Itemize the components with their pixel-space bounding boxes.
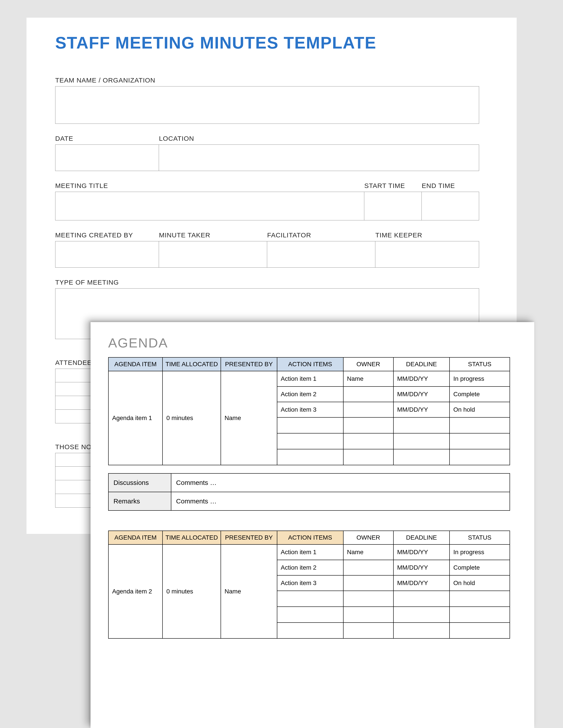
cell-deadline[interactable] bbox=[394, 623, 450, 638]
remarks-label: Remarks bbox=[108, 492, 171, 510]
cell-deadline[interactable] bbox=[394, 607, 450, 623]
field-minute-taker[interactable] bbox=[159, 241, 267, 268]
cell-presented-by[interactable]: Name bbox=[221, 371, 277, 465]
cell-agenda-item[interactable]: Agenda item 2 bbox=[108, 544, 162, 638]
cell-action[interactable] bbox=[277, 417, 343, 433]
remarks-row: Remarks Comments … bbox=[108, 492, 510, 510]
col-status: STATUS bbox=[450, 531, 510, 544]
field-end-time[interactable] bbox=[422, 192, 479, 220]
cell-status[interactable]: Complete bbox=[450, 560, 510, 575]
cell-action[interactable]: Action item 1 bbox=[277, 371, 343, 387]
cell-status[interactable] bbox=[450, 623, 510, 638]
cell-status[interactable] bbox=[450, 433, 510, 449]
cell-action[interactable] bbox=[277, 607, 343, 623]
cell-agenda-item[interactable]: Agenda item 1 bbox=[108, 371, 162, 465]
agenda-table-2: AGENDA ITEM TIME ALLOCATED PRESENTED BY … bbox=[108, 531, 510, 639]
field-location[interactable] bbox=[159, 144, 479, 171]
cell-owner[interactable] bbox=[343, 607, 394, 623]
page-title: STAFF MEETING MINUTES TEMPLATE bbox=[55, 33, 479, 52]
label-date: DATE bbox=[55, 135, 159, 142]
field-created-by[interactable] bbox=[55, 241, 159, 268]
table-row: Agenda item 1 0 minutes Name Action item… bbox=[108, 371, 510, 387]
cell-status[interactable]: In progress bbox=[450, 544, 510, 560]
col-agenda-item: AGENDA ITEM bbox=[108, 357, 162, 371]
cell-owner[interactable] bbox=[343, 417, 394, 433]
cell-action[interactable]: Action item 1 bbox=[277, 544, 343, 560]
cell-deadline[interactable] bbox=[394, 449, 450, 465]
cell-action[interactable]: Action item 2 bbox=[277, 560, 343, 575]
field-meeting-title[interactable] bbox=[55, 192, 364, 220]
label-end-time: END TIME bbox=[422, 182, 479, 190]
cell-deadline[interactable]: MM/DD/YY bbox=[394, 575, 450, 591]
cell-action[interactable] bbox=[277, 623, 343, 638]
cell-status[interactable]: On hold bbox=[450, 575, 510, 591]
cell-deadline[interactable] bbox=[394, 417, 450, 433]
col-owner: OWNER bbox=[343, 531, 394, 544]
col-time-allocated: TIME ALLOCATED bbox=[162, 357, 221, 371]
cell-presented-by[interactable]: Name bbox=[221, 544, 277, 638]
field-facilitator[interactable] bbox=[267, 241, 375, 268]
cell-owner[interactable] bbox=[343, 575, 394, 591]
cell-owner[interactable] bbox=[343, 433, 394, 449]
cell-owner[interactable] bbox=[343, 623, 394, 638]
label-start-time: START TIME bbox=[364, 182, 422, 190]
cell-deadline[interactable]: MM/DD/YY bbox=[394, 544, 450, 560]
label-type: TYPE OF MEETING bbox=[55, 279, 479, 286]
notes-table: Discussions Comments … Remarks Comments … bbox=[108, 473, 510, 511]
label-meeting-title: MEETING TITLE bbox=[55, 182, 364, 190]
col-status: STATUS bbox=[450, 357, 510, 371]
table-header-row: AGENDA ITEM TIME ALLOCATED PRESENTED BY … bbox=[108, 531, 510, 544]
cell-status[interactable] bbox=[450, 417, 510, 433]
col-owner: OWNER bbox=[343, 357, 394, 371]
col-presented-by: PRESENTED BY bbox=[221, 357, 277, 371]
cell-owner[interactable] bbox=[343, 591, 394, 607]
label-minute-taker: MINUTE TAKER bbox=[159, 231, 267, 239]
cell-owner[interactable]: Name bbox=[343, 371, 394, 387]
cell-status[interactable] bbox=[450, 449, 510, 465]
col-presented-by: PRESENTED BY bbox=[221, 531, 277, 544]
cell-status[interactable] bbox=[450, 591, 510, 607]
cell-action[interactable] bbox=[277, 449, 343, 465]
cell-owner[interactable] bbox=[343, 387, 394, 402]
label-facilitator: FACILITATOR bbox=[267, 231, 375, 239]
cell-action[interactable] bbox=[277, 433, 343, 449]
discussions-value[interactable]: Comments … bbox=[171, 473, 510, 492]
cell-deadline[interactable]: MM/DD/YY bbox=[394, 371, 450, 387]
agenda-page: AGENDA AGENDA ITEM TIME ALLOCATED PRESEN… bbox=[90, 322, 534, 728]
label-team: TEAM NAME / ORGANIZATION bbox=[55, 77, 479, 84]
cell-action[interactable] bbox=[277, 591, 343, 607]
cell-deadline[interactable] bbox=[394, 433, 450, 449]
table-row: Agenda item 2 0 minutes Name Action item… bbox=[108, 544, 510, 560]
col-deadline: DEADLINE bbox=[394, 357, 450, 371]
field-start-time[interactable] bbox=[364, 192, 422, 220]
cell-deadline[interactable] bbox=[394, 591, 450, 607]
cell-status[interactable]: Complete bbox=[450, 387, 510, 402]
col-action-items: ACTION ITEMS bbox=[277, 531, 343, 544]
field-team[interactable] bbox=[55, 86, 479, 124]
discussions-label: Discussions bbox=[108, 473, 171, 492]
cell-status[interactable] bbox=[450, 607, 510, 623]
cell-owner[interactable] bbox=[343, 402, 394, 417]
cell-owner[interactable] bbox=[343, 560, 394, 575]
table-header-row: AGENDA ITEM TIME ALLOCATED PRESENTED BY … bbox=[108, 357, 510, 371]
cell-time-allocated[interactable]: 0 minutes bbox=[162, 371, 221, 465]
agenda-heading: AGENDA bbox=[108, 335, 510, 351]
field-time-keeper[interactable] bbox=[375, 241, 479, 268]
cell-action[interactable]: Action item 2 bbox=[277, 387, 343, 402]
label-time-keeper: TIME KEEPER bbox=[375, 231, 479, 239]
field-date[interactable] bbox=[55, 144, 159, 171]
cell-action[interactable]: Action item 3 bbox=[277, 575, 343, 591]
cell-owner[interactable]: Name bbox=[343, 544, 394, 560]
cell-action[interactable]: Action item 3 bbox=[277, 402, 343, 417]
col-time-allocated: TIME ALLOCATED bbox=[162, 531, 221, 544]
cell-owner[interactable] bbox=[343, 449, 394, 465]
cell-deadline[interactable]: MM/DD/YY bbox=[394, 387, 450, 402]
cell-status[interactable]: On hold bbox=[450, 402, 510, 417]
cell-time-allocated[interactable]: 0 minutes bbox=[162, 544, 221, 638]
cell-deadline[interactable]: MM/DD/YY bbox=[394, 560, 450, 575]
col-agenda-item: AGENDA ITEM bbox=[108, 531, 162, 544]
remarks-value[interactable]: Comments … bbox=[171, 492, 510, 510]
cell-deadline[interactable]: MM/DD/YY bbox=[394, 402, 450, 417]
label-created-by: MEETING CREATED BY bbox=[55, 231, 159, 239]
cell-status[interactable]: In progress bbox=[450, 371, 510, 387]
